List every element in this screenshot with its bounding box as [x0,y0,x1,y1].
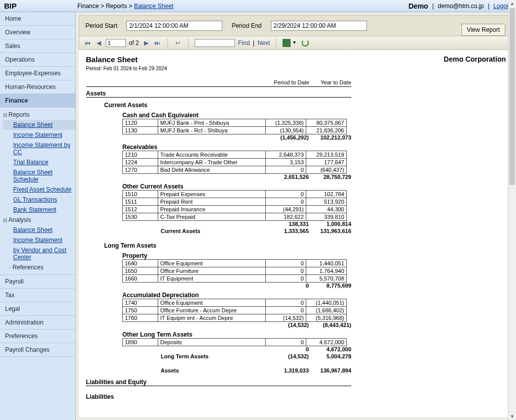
page-number-input[interactable] [106,39,126,47]
tree-leaf-gl-transactions[interactable]: GL Transactions [3,195,75,205]
sidebar-item-operations[interactable]: Operations [0,53,75,67]
report-body: Balance Sheet Demo Corporation Period: F… [79,50,513,417]
table-row: 1640Office Equipment01,440,051 [123,260,347,267]
sidebar-item-payroll-changes[interactable]: Payroll Changes [0,343,75,357]
export-icon[interactable] [283,39,291,47]
tree-node-analysis[interactable]: Analysis [3,215,75,225]
subsection-long-term-assets: Long Term Assets [104,242,506,249]
tree-leaf-income-statement[interactable]: Income Statement [3,130,75,140]
table-property: 1640Office Equipment01,440,0511650Office… [122,259,347,283]
table-row: 1890Deposits04,672,000 [123,339,347,346]
scroll-up-icon[interactable]: ▲ [508,0,516,7]
first-page-icon[interactable]: ⏮ [83,39,91,47]
table-row: 1740Office Equipment0(1,440,051) [123,299,347,307]
period-start-label: Period Start [85,22,117,29]
tree-leaf-balance-sheet-schedule[interactable]: Balance Sheet Schedule [3,167,75,184]
section-liabilities: Liabilities [86,393,351,400]
vertical-scrollbar[interactable]: ▲ ▼ [508,0,516,420]
tree-node-reports[interactable]: Reports [3,110,75,120]
sidebar-item-legal[interactable]: Legal [0,302,75,316]
table-cash: 1120MUFJ Bank - Pmt - Shibuya(1,325,338)… [122,119,347,134]
tree-leaf-balance-sheet[interactable]: Balance Sheet [3,120,75,130]
report-params: Period Start Period End View Report [79,15,513,36]
table-row: 1650Office Furniture01,764,940 [123,267,347,275]
sidebar-item-tax[interactable]: Tax [0,289,75,302]
table-row: 1750Office Furniture - Accum Depre0(1,68… [123,307,347,314]
column-headers: Period to Date Year to Date [86,79,351,87]
col-ytd: Year to Date [311,79,351,86]
breadcrumb-finance[interactable]: Finance [77,3,99,10]
last-page-icon[interactable]: ⏭ [153,39,161,47]
search-input[interactable] [195,39,235,47]
tree-leaf-analysis-income-statement[interactable]: Income Statement [3,235,75,245]
table-olta: 1890Deposits04,672,000 [122,338,347,346]
total-current-assets: Current Assets1,333,565131,963,616 [122,228,351,234]
table-row: 1530C-Tax Prepaid182,622339,810 [123,213,347,221]
tree-leaf-analysis-vendor-cc[interactable]: by Vendor and Cost Center [3,245,75,262]
period-end-input[interactable] [271,21,367,31]
total-assets: Assets1,319,033136,967,894 [122,367,351,374]
sidebar-tree: Reports Balance Sheet Income Statement I… [0,108,75,275]
find-link[interactable]: Find [238,39,250,46]
category-acc-depreciation: Accumulated Depreciation [122,292,506,299]
table-row: 1130MUFJ Bank - Rct - Shibuya(130,954)21… [123,127,347,134]
col-ptd: Period to Date [269,79,309,86]
category-other-current-assets: Other Current Assets [122,183,506,190]
breadcrumb-balance-sheet[interactable]: Balance Sheet [134,3,173,10]
report-title: Balance Sheet [86,55,138,64]
scroll-down-icon[interactable]: ▼ [508,413,516,420]
table-row: 1660IT Equipment05,570,708 [123,275,347,283]
subtotal-cash: (1,456,292)102,212,073 [122,134,351,141]
sidebar-item-administration[interactable]: Administration [0,316,75,330]
tree-leaf-trial-balance[interactable]: Trial Balance [3,157,75,167]
top-bar: BIP Finance > Reports > Balance Sheet De… [0,0,516,12]
report-period: Period: Feb 01 2024 to Feb 29 2024 [86,66,506,71]
content-area: Period Start Period End View Report ⏮ ◀ … [76,12,516,420]
subtotal-property: 08,775,699 [122,283,351,289]
table-receivables: 1210Trade Accounts Receivable2,648,37329… [122,151,347,174]
table-row: 1512Prepaid Insurance(44,291)44,300 [123,206,347,213]
table-row: 1510Prepaid Expenses0102,784 [123,191,347,198]
sidebar-item-finance[interactable]: Finance [0,94,75,108]
back-icon[interactable]: ↩ [174,39,182,47]
category-cash: Cash and Cash Equivalent [122,112,506,119]
tree-leaf-income-statement-cc[interactable]: Income Statement by CC [3,140,75,157]
view-report-button[interactable]: View Report [461,24,505,36]
sidebar-item-home[interactable]: Home [0,12,75,26]
user-email: demo@htm.co.jp [438,3,484,10]
subtotal-receivables: 2,651,52628,750,729 [122,174,351,180]
tree-leaf-analysis-balance-sheet[interactable]: Balance Sheet [3,225,75,235]
subtotal-acdep: (14,532)(8,443,421) [122,322,351,328]
breadcrumb-reports[interactable]: Reports [106,3,127,10]
table-row: 1224Intercompany AR - Trade Other3,15317… [123,159,347,166]
tree-leaf-fixed-asset-schedule[interactable]: Fixed Asset Schedule [3,184,75,195]
scroll-thumb[interactable] [509,8,515,185]
tenant-name: Demo [408,2,428,10]
period-start-input[interactable] [126,21,222,31]
table-row: 1760IT Equipm ent - Accum Depre(14,532)(… [123,314,347,322]
sidebar-item-employee-expenses[interactable]: Employee-Expenses [0,67,75,80]
tree-leaf-bank-statement[interactable]: Bank Statement [3,205,75,215]
next-link[interactable]: Next [257,39,270,46]
sidebar-item-human-resources[interactable]: Human-Resources [0,80,75,94]
table-acdep: 1740Office Equipment0(1,440,051)1750Offi… [122,299,347,322]
prev-page-icon[interactable]: ◀ [95,39,103,47]
category-property: Property [122,252,506,259]
sidebar-item-payroll[interactable]: Payroll [0,275,75,289]
sidebar-item-overview[interactable]: Overview [0,26,75,39]
table-row: 1511Prepaid Rent0513,920 [123,198,347,206]
app-logo: BIP [4,2,17,10]
sidebar-item-preferences[interactable]: Preferences [0,330,75,343]
refresh-icon[interactable] [302,39,309,46]
table-row: 1120MUFJ Bank - Pmt - Shibuya(1,325,338)… [123,119,347,127]
company-name: Demo Corporation [444,55,506,63]
section-assets: Assets [86,90,351,98]
subtotal-olta: 04,672,000 [122,346,351,352]
table-row: 1270Bad Debt Allowance0(640,437) [123,166,347,174]
report-toolbar: ⏮ ◀ of 2 ▶ ⏭ ↩ Find | Next [79,36,513,50]
next-page-icon[interactable]: ▶ [142,39,150,47]
tree-leaf-references[interactable]: · References [3,262,75,272]
sidebar-item-sales[interactable]: Sales [0,39,75,53]
table-row: 1210Trade Accounts Receivable2,648,37329… [123,151,347,159]
category-other-lta: Other Long Term Assets [122,331,506,338]
